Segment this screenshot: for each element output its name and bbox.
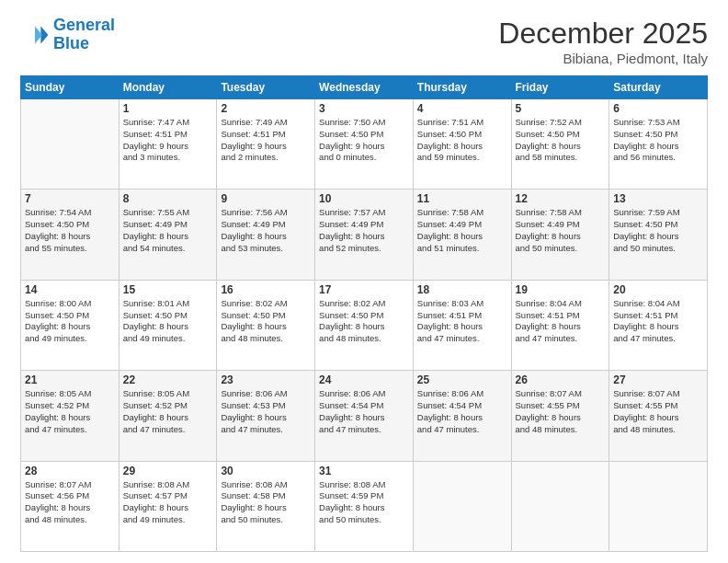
calendar-cell: 4Sunrise: 7:51 AM Sunset: 4:50 PM Daylig… bbox=[413, 99, 511, 190]
day-number: 9 bbox=[221, 192, 311, 205]
calendar-cell: 14Sunrise: 8:00 AM Sunset: 4:50 PM Dayli… bbox=[21, 280, 119, 370]
day-info: Sunrise: 8:02 AM Sunset: 4:50 PM Dayligh… bbox=[221, 298, 311, 345]
day-number: 12 bbox=[516, 192, 606, 205]
day-number: 28 bbox=[25, 465, 115, 477]
day-number: 23 bbox=[221, 373, 311, 386]
calendar-cell: 11Sunrise: 7:58 AM Sunset: 4:49 PM Dayli… bbox=[413, 190, 511, 280]
calendar-cell: 26Sunrise: 8:07 AM Sunset: 4:55 PM Dayli… bbox=[511, 371, 609, 461]
day-info: Sunrise: 8:07 AM Sunset: 4:55 PM Dayligh… bbox=[516, 388, 606, 435]
weekday-header: Monday bbox=[119, 76, 217, 99]
calendar-cell: 6Sunrise: 7:53 AM Sunset: 4:50 PM Daylig… bbox=[609, 99, 708, 190]
day-info: Sunrise: 7:56 AM Sunset: 4:49 PM Dayligh… bbox=[221, 207, 311, 254]
weekday-header: Wednesday bbox=[315, 76, 414, 99]
weekday-header: Thursday bbox=[413, 76, 511, 99]
day-number: 3 bbox=[319, 102, 409, 115]
logo-icon bbox=[20, 20, 50, 50]
day-info: Sunrise: 8:01 AM Sunset: 4:50 PM Dayligh… bbox=[123, 298, 213, 345]
calendar-week-row: 1Sunrise: 7:47 AM Sunset: 4:51 PM Daylig… bbox=[21, 99, 708, 190]
calendar-cell: 16Sunrise: 8:02 AM Sunset: 4:50 PM Dayli… bbox=[217, 280, 315, 370]
logo-line1: General bbox=[53, 16, 115, 34]
location: Bibiana, Piedmont, Italy bbox=[498, 51, 708, 66]
day-number: 13 bbox=[613, 192, 703, 205]
calendar-cell bbox=[21, 99, 119, 190]
day-number: 29 bbox=[123, 465, 213, 477]
day-info: Sunrise: 8:04 AM Sunset: 4:51 PM Dayligh… bbox=[613, 298, 703, 345]
calendar-cell: 22Sunrise: 8:05 AM Sunset: 4:52 PM Dayli… bbox=[119, 371, 217, 461]
day-info: Sunrise: 7:58 AM Sunset: 4:49 PM Dayligh… bbox=[516, 207, 606, 254]
logo: General Blue bbox=[20, 17, 115, 53]
day-info: Sunrise: 7:47 AM Sunset: 4:51 PM Dayligh… bbox=[123, 117, 213, 164]
day-number: 8 bbox=[123, 192, 213, 205]
calendar-cell: 9Sunrise: 7:56 AM Sunset: 4:49 PM Daylig… bbox=[217, 190, 315, 280]
calendar-cell: 15Sunrise: 8:01 AM Sunset: 4:50 PM Dayli… bbox=[119, 280, 217, 370]
day-number: 31 bbox=[319, 465, 409, 477]
weekday-header: Sunday bbox=[21, 76, 119, 99]
day-number: 20 bbox=[613, 283, 703, 296]
day-info: Sunrise: 8:05 AM Sunset: 4:52 PM Dayligh… bbox=[25, 388, 115, 435]
calendar-cell: 19Sunrise: 8:04 AM Sunset: 4:51 PM Dayli… bbox=[511, 280, 609, 370]
day-info: Sunrise: 8:00 AM Sunset: 4:50 PM Dayligh… bbox=[25, 298, 115, 345]
day-info: Sunrise: 8:06 AM Sunset: 4:54 PM Dayligh… bbox=[319, 388, 409, 435]
day-info: Sunrise: 8:04 AM Sunset: 4:51 PM Dayligh… bbox=[516, 298, 606, 345]
calendar-cell: 2Sunrise: 7:49 AM Sunset: 4:51 PM Daylig… bbox=[217, 99, 315, 190]
calendar-cell bbox=[511, 461, 609, 551]
day-number: 6 bbox=[613, 102, 703, 115]
weekday-header: Tuesday bbox=[217, 76, 315, 99]
day-info: Sunrise: 8:05 AM Sunset: 4:52 PM Dayligh… bbox=[123, 388, 213, 435]
weekday-header: Friday bbox=[511, 76, 609, 99]
day-info: Sunrise: 8:06 AM Sunset: 4:53 PM Dayligh… bbox=[221, 388, 311, 435]
calendar-cell: 12Sunrise: 7:58 AM Sunset: 4:49 PM Dayli… bbox=[511, 190, 609, 280]
calendar-cell: 17Sunrise: 8:02 AM Sunset: 4:50 PM Dayli… bbox=[315, 280, 414, 370]
calendar-cell: 29Sunrise: 8:08 AM Sunset: 4:57 PM Dayli… bbox=[119, 461, 217, 551]
day-number: 26 bbox=[516, 373, 606, 386]
day-number: 18 bbox=[417, 283, 507, 296]
calendar-cell: 10Sunrise: 7:57 AM Sunset: 4:49 PM Dayli… bbox=[315, 190, 414, 280]
calendar-cell: 7Sunrise: 7:54 AM Sunset: 4:50 PM Daylig… bbox=[21, 190, 119, 280]
day-info: Sunrise: 8:03 AM Sunset: 4:51 PM Dayligh… bbox=[417, 298, 507, 345]
day-info: Sunrise: 8:07 AM Sunset: 4:55 PM Dayligh… bbox=[613, 388, 703, 435]
calendar-cell: 28Sunrise: 8:07 AM Sunset: 4:56 PM Dayli… bbox=[21, 461, 119, 551]
calendar-header-row: SundayMondayTuesdayWednesdayThursdayFrid… bbox=[21, 76, 708, 99]
day-info: Sunrise: 7:55 AM Sunset: 4:49 PM Dayligh… bbox=[123, 207, 213, 254]
calendar-cell: 23Sunrise: 8:06 AM Sunset: 4:53 PM Dayli… bbox=[217, 371, 315, 461]
day-info: Sunrise: 7:59 AM Sunset: 4:50 PM Dayligh… bbox=[613, 207, 703, 254]
day-info: Sunrise: 7:54 AM Sunset: 4:50 PM Dayligh… bbox=[25, 207, 115, 254]
day-info: Sunrise: 8:08 AM Sunset: 4:58 PM Dayligh… bbox=[221, 479, 311, 526]
calendar-cell: 25Sunrise: 8:06 AM Sunset: 4:54 PM Dayli… bbox=[413, 371, 511, 461]
day-number: 5 bbox=[516, 102, 606, 115]
day-number: 30 bbox=[221, 465, 311, 477]
calendar-cell bbox=[413, 461, 511, 551]
calendar-cell: 8Sunrise: 7:55 AM Sunset: 4:49 PM Daylig… bbox=[119, 190, 217, 280]
calendar-cell: 30Sunrise: 8:08 AM Sunset: 4:58 PM Dayli… bbox=[217, 461, 315, 551]
day-number: 4 bbox=[417, 102, 507, 115]
day-info: Sunrise: 8:06 AM Sunset: 4:54 PM Dayligh… bbox=[417, 388, 507, 435]
day-info: Sunrise: 7:58 AM Sunset: 4:49 PM Dayligh… bbox=[417, 207, 507, 254]
calendar-cell: 3Sunrise: 7:50 AM Sunset: 4:50 PM Daylig… bbox=[315, 99, 414, 190]
day-number: 24 bbox=[319, 373, 409, 386]
calendar-cell: 5Sunrise: 7:52 AM Sunset: 4:50 PM Daylig… bbox=[511, 99, 609, 190]
day-number: 2 bbox=[221, 102, 311, 115]
day-number: 7 bbox=[25, 192, 115, 205]
day-info: Sunrise: 7:49 AM Sunset: 4:51 PM Dayligh… bbox=[221, 117, 311, 164]
day-number: 17 bbox=[319, 283, 409, 296]
day-info: Sunrise: 8:08 AM Sunset: 4:59 PM Dayligh… bbox=[319, 479, 409, 526]
day-number: 11 bbox=[417, 192, 507, 205]
day-info: Sunrise: 7:57 AM Sunset: 4:49 PM Dayligh… bbox=[319, 207, 409, 254]
calendar-week-row: 28Sunrise: 8:07 AM Sunset: 4:56 PM Dayli… bbox=[21, 461, 708, 551]
calendar-cell: 20Sunrise: 8:04 AM Sunset: 4:51 PM Dayli… bbox=[609, 280, 708, 370]
header: General Blue December 2025 Bibiana, Pied… bbox=[20, 17, 708, 66]
calendar-cell: 1Sunrise: 7:47 AM Sunset: 4:51 PM Daylig… bbox=[119, 99, 217, 190]
day-number: 21 bbox=[25, 373, 115, 386]
logo-text: General Blue bbox=[53, 17, 115, 53]
calendar-table: SundayMondayTuesdayWednesdayThursdayFrid… bbox=[20, 75, 708, 552]
day-number: 22 bbox=[123, 373, 213, 386]
logo-line2: Blue bbox=[53, 34, 89, 52]
day-info: Sunrise: 7:52 AM Sunset: 4:50 PM Dayligh… bbox=[516, 117, 606, 164]
calendar-cell: 18Sunrise: 8:03 AM Sunset: 4:51 PM Dayli… bbox=[413, 280, 511, 370]
day-number: 27 bbox=[613, 373, 703, 386]
calendar-cell: 13Sunrise: 7:59 AM Sunset: 4:50 PM Dayli… bbox=[609, 190, 708, 280]
day-number: 19 bbox=[516, 283, 606, 296]
day-number: 15 bbox=[123, 283, 213, 296]
page: General Blue December 2025 Bibiana, Pied… bbox=[0, 0, 728, 563]
calendar-week-row: 21Sunrise: 8:05 AM Sunset: 4:52 PM Dayli… bbox=[21, 371, 708, 461]
